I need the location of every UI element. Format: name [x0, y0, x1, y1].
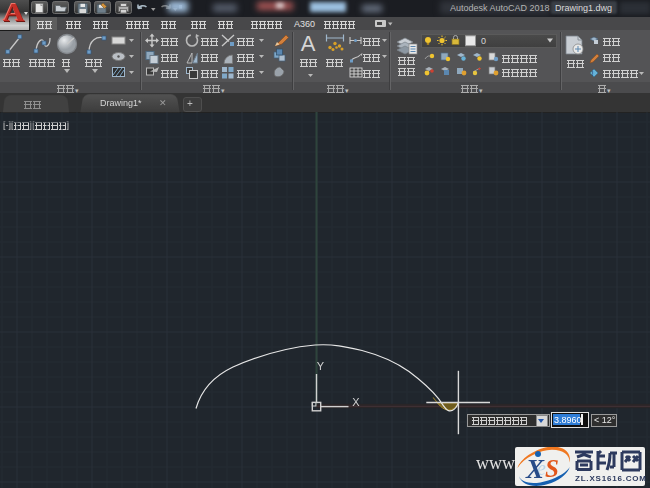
svg-text:Y: Y: [317, 360, 325, 372]
svg-text:S: S: [545, 455, 559, 482]
svg-text:X: X: [352, 396, 360, 408]
svg-text:X: X: [525, 454, 545, 484]
